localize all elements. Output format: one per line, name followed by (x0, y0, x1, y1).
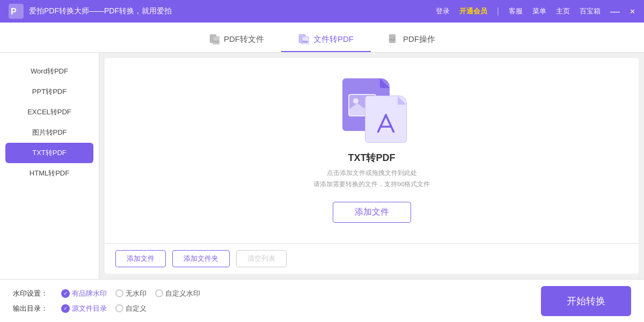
close-button[interactable]: ✕ (630, 8, 635, 16)
work-bottom-bar: 添加文件 添加文件夹 清空列表 (105, 243, 639, 274)
watermark-brand-label: 有品牌水印 (72, 289, 107, 298)
work-area: TXT转PDF 点击添加文件或拖拽文件到此处 请添加需要转换的文件，支持txt格… (105, 58, 639, 274)
drop-title: TXT转PDF (348, 151, 396, 164)
clear-list-button[interactable]: 清空列表 (236, 250, 287, 267)
title-bar: P 爱拍PDF转换大师——PDF转换，就用爱拍 登录 开通会员 | 客服 菜单 … (0, 0, 644, 23)
watermark-none-label: 无水印 (126, 289, 147, 298)
tab-file-to-pdf[interactable]: PDF 文件转PDF (281, 28, 371, 52)
watermark-label: 水印设置： (13, 289, 50, 298)
output-source-label: 源文件目录 (72, 304, 107, 313)
login-button[interactable]: 登录 (436, 6, 450, 16)
svg-text:PDF: PDF (214, 40, 219, 43)
output-options: 源文件目录 自定义 (61, 304, 147, 313)
service-button[interactable]: 客服 (509, 6, 523, 16)
footer: 水印设置： 有品牌水印 无水印 自定义水印 输出目录： (0, 279, 644, 322)
watermark-custom-radio (155, 289, 163, 297)
output-source[interactable]: 源文件目录 (61, 304, 107, 313)
watermark-custom[interactable]: 自定义水印 (155, 289, 200, 298)
main-content: Word转PDF PPT转PDF EXCEL转PDF 图片转PDF TXT转PD… (0, 53, 644, 279)
watermark-custom-label: 自定义水印 (165, 289, 200, 298)
pdf-file-shape (365, 96, 407, 143)
sidebar-item-word-to-pdf[interactable]: Word转PDF (0, 61, 99, 82)
sidebar-item-img-to-pdf[interactable]: 图片转PDF (0, 122, 99, 143)
app-logo: P (9, 4, 24, 19)
watermark-options: 有品牌水印 无水印 自定义水印 (61, 289, 200, 298)
sidebar-item-ppt-to-pdf[interactable]: PPT转PDF (0, 82, 99, 102)
file-to-pdf-icon: PDF (298, 34, 309, 45)
watermark-brand[interactable]: 有品牌水印 (61, 289, 107, 298)
pdf-to-file-icon: PDF (209, 34, 219, 45)
vip-button[interactable]: 开通会员 (459, 6, 487, 16)
home-button[interactable]: 主页 (556, 6, 570, 16)
sidebar: Word转PDF PPT转PDF EXCEL转PDF 图片转PDF TXT转PD… (0, 53, 99, 279)
pdf-corner (398, 96, 406, 105)
drop-icon (337, 78, 407, 143)
output-custom-radio (115, 304, 123, 312)
minimize-button[interactable]: — (610, 6, 620, 17)
menu-button[interactable]: 菜单 (532, 6, 546, 16)
tab-pdf-ops[interactable]: PDF PDF操作 (371, 28, 452, 52)
start-convert-button[interactable]: 开始转换 (541, 286, 631, 316)
output-row: 输出目录： 源文件目录 自定义 (13, 304, 541, 313)
add-file-bottom-button[interactable]: 添加文件 (115, 250, 166, 267)
titlebar-actions: 登录 开通会员 | 客服 菜单 主页 百宝箱 — ✕ (436, 6, 635, 17)
app-title: 爱拍PDF转换大师——PDF转换，就用爱拍 (29, 6, 436, 16)
drop-subtitle: 点击添加文件或拖拽文件到此处 (327, 169, 417, 178)
tab-pdf-ops-label: PDF操作 (403, 34, 435, 45)
tab-pdf-to-file[interactable]: PDF PDF转文件 (192, 28, 281, 52)
watermark-none[interactable]: 无水印 (115, 289, 147, 298)
output-source-check (61, 304, 70, 313)
svg-text:PDF: PDF (303, 40, 308, 43)
svg-text:PDF: PDF (390, 38, 395, 41)
pdf-logo-text (372, 114, 399, 137)
svg-point-11 (353, 98, 358, 104)
sidebar-item-excel-to-pdf[interactable]: EXCEL转PDF (0, 102, 99, 122)
add-file-main-button[interactable]: 添加文件 (333, 202, 411, 223)
tab-file-to-pdf-label: 文件转PDF (313, 34, 354, 45)
drop-hint: 请添加需要转换的文件，支持txt格式文件 (313, 180, 430, 189)
sidebar-item-txt-to-pdf[interactable]: TXT转PDF (5, 143, 93, 163)
sidebar-item-html-to-pdf[interactable]: HTML转PDF (0, 163, 99, 184)
tab-bar: PDF PDF转文件 PDF 文件转PDF PDF PDF操作 (0, 23, 644, 53)
output-custom-label: 自定义 (126, 304, 147, 313)
divider: | (497, 6, 499, 16)
pdf-ops-icon: PDF (388, 34, 399, 45)
output-label: 输出目录： (13, 304, 50, 313)
watermark-row: 水印设置： 有品牌水印 无水印 自定义水印 (13, 289, 541, 298)
svg-text:P: P (11, 7, 17, 16)
watermark-none-radio (115, 289, 123, 297)
drop-zone[interactable]: TXT转PDF 点击添加文件或拖拽文件到此处 请添加需要转换的文件，支持txt格… (105, 58, 639, 243)
tab-pdf-to-file-label: PDF转文件 (224, 34, 264, 45)
add-folder-button[interactable]: 添加文件夹 (172, 250, 230, 267)
footer-settings: 水印设置： 有品牌水印 无水印 自定义水印 输出目录： (13, 289, 541, 313)
toolbox-button[interactable]: 百宝箱 (580, 6, 601, 16)
file-corner (380, 78, 390, 88)
watermark-brand-check (61, 289, 70, 298)
output-custom[interactable]: 自定义 (115, 304, 147, 313)
pdf-acrobat-icon (372, 114, 399, 133)
